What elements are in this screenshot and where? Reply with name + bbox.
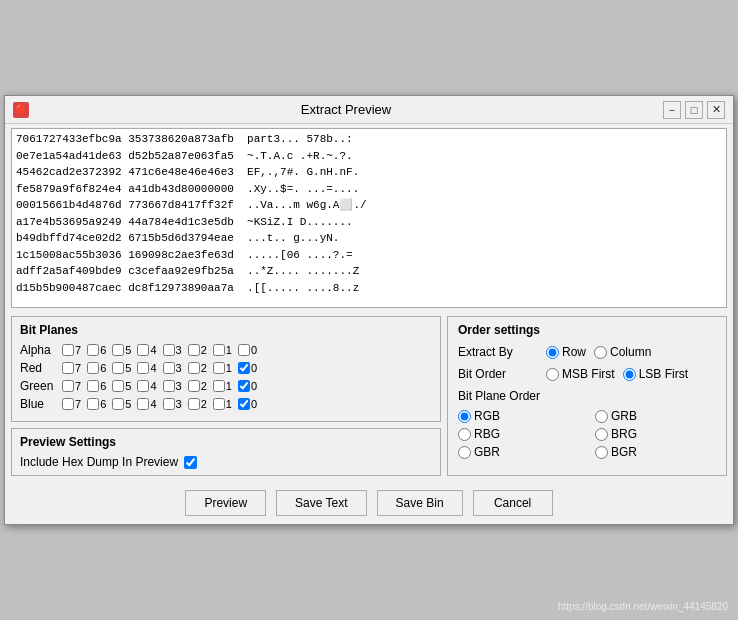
minimize-button[interactable]: − [663,101,681,119]
save-bin-button[interactable]: Save Bin [377,490,463,516]
bit-item-green-1[interactable]: 1 [213,380,232,392]
bit-checkbox-red-0[interactable] [238,362,250,374]
bit-checkbox-blue-5[interactable] [112,398,124,410]
bit-checkbox-blue-4[interactable] [137,398,149,410]
row-radio[interactable] [546,346,559,359]
bit-checkbox-alpha-7[interactable] [62,344,74,356]
bit-checkbox-blue-6[interactable] [87,398,99,410]
bit-item-alpha-3[interactable]: 3 [163,344,182,356]
bit-checkbox-blue-2[interactable] [188,398,200,410]
plane-option-grb[interactable]: GRB [595,409,716,423]
bit-item-blue-4[interactable]: 4 [137,398,156,410]
msb-radio-label[interactable]: MSB First [546,367,615,381]
bit-checkbox-alpha-0[interactable] [238,344,250,356]
lsb-radio[interactable] [623,368,636,381]
plane-radio-rgb[interactable] [458,410,471,423]
plane-radio-brg[interactable] [595,428,608,441]
bit-item-blue-6[interactable]: 6 [87,398,106,410]
bit-item-green-2[interactable]: 2 [188,380,207,392]
bit-item-alpha-0[interactable]: 0 [238,344,257,356]
plane-option-gbr[interactable]: GBR [458,445,579,459]
plane-radio-grb[interactable] [595,410,608,423]
bit-item-red-1[interactable]: 1 [213,362,232,374]
bit-item-red-4[interactable]: 4 [137,362,156,374]
bit-checkbox-alpha-3[interactable] [163,344,175,356]
bit-item-blue-2[interactable]: 2 [188,398,207,410]
bit-checkbox-alpha-4[interactable] [137,344,149,356]
bit-item-alpha-1[interactable]: 1 [213,344,232,356]
bit-checkbox-alpha-2[interactable] [188,344,200,356]
bit-checkbox-alpha-5[interactable] [112,344,124,356]
bit-checkbox-red-6[interactable] [87,362,99,374]
bit-checkbox-red-2[interactable] [188,362,200,374]
bit-checkbox-red-3[interactable] [163,362,175,374]
bit-checkbox-green-6[interactable] [87,380,99,392]
close-button[interactable]: ✕ [707,101,725,119]
bit-checkbox-group-blue: 76543210 [62,398,257,410]
bit-checkbox-green-1[interactable] [213,380,225,392]
preview-button[interactable]: Preview [185,490,266,516]
save-text-button[interactable]: Save Text [276,490,366,516]
bit-checkbox-red-4[interactable] [137,362,149,374]
column-radio-label[interactable]: Column [594,345,651,359]
bit-item-blue-0[interactable]: 0 [238,398,257,410]
lsb-radio-label[interactable]: LSB First [623,367,688,381]
bit-num-alpha-5: 5 [125,344,131,356]
bit-item-green-3[interactable]: 3 [163,380,182,392]
plane-radio-gbr[interactable] [458,446,471,459]
bit-checkbox-alpha-1[interactable] [213,344,225,356]
bit-item-blue-7[interactable]: 7 [62,398,81,410]
bit-checkbox-green-2[interactable] [188,380,200,392]
bit-checkbox-blue-3[interactable] [163,398,175,410]
plane-label-rbg: RBG [474,427,500,441]
bit-item-green-7[interactable]: 7 [62,380,81,392]
bit-item-green-4[interactable]: 4 [137,380,156,392]
maximize-button[interactable]: □ [685,101,703,119]
bit-item-alpha-7[interactable]: 7 [62,344,81,356]
bit-checkbox-blue-1[interactable] [213,398,225,410]
bit-item-red-3[interactable]: 3 [163,362,182,374]
plane-option-rbg[interactable]: RBG [458,427,579,441]
bit-item-blue-5[interactable]: 5 [112,398,131,410]
plane-label-rgb: RGB [474,409,500,423]
bit-num-alpha-6: 6 [100,344,106,356]
bit-item-red-2[interactable]: 2 [188,362,207,374]
bit-item-red-5[interactable]: 5 [112,362,131,374]
bit-item-green-6[interactable]: 6 [87,380,106,392]
bit-checkbox-alpha-6[interactable] [87,344,99,356]
bit-item-alpha-4[interactable]: 4 [137,344,156,356]
bit-checkbox-blue-7[interactable] [62,398,74,410]
plane-option-brg[interactable]: BRG [595,427,716,441]
bit-item-red-6[interactable]: 6 [87,362,106,374]
cancel-button[interactable]: Cancel [473,490,553,516]
bit-item-blue-3[interactable]: 3 [163,398,182,410]
bit-checkbox-blue-0[interactable] [238,398,250,410]
bit-item-red-7[interactable]: 7 [62,362,81,374]
plane-option-rgb[interactable]: RGB [458,409,579,423]
msb-radio[interactable] [546,368,559,381]
bit-checkbox-green-4[interactable] [137,380,149,392]
bit-item-alpha-5[interactable]: 5 [112,344,131,356]
bit-checkbox-red-5[interactable] [112,362,124,374]
bit-checkbox-red-7[interactable] [62,362,74,374]
plane-radio-rbg[interactable] [458,428,471,441]
bit-item-green-0[interactable]: 0 [238,380,257,392]
bit-item-alpha-6[interactable]: 6 [87,344,106,356]
row-radio-label[interactable]: Row [546,345,586,359]
bit-checkbox-green-0[interactable] [238,380,250,392]
bit-checkbox-green-5[interactable] [112,380,124,392]
bit-item-blue-1[interactable]: 1 [213,398,232,410]
bit-checkbox-red-1[interactable] [213,362,225,374]
bit-checkbox-green-7[interactable] [62,380,74,392]
bit-item-red-0[interactable]: 0 [238,362,257,374]
bit-checkbox-green-3[interactable] [163,380,175,392]
button-row: Preview Save Text Save Bin Cancel [5,480,733,524]
bit-item-alpha-2[interactable]: 2 [188,344,207,356]
hex-dump-row: Include Hex Dump In Preview [20,455,432,469]
hex-dump-checkbox[interactable] [184,456,197,469]
column-radio[interactable] [594,346,607,359]
preview-text-area[interactable]: 7061727433efbc9a 353738620a873afb part3.… [11,128,727,308]
bit-item-green-5[interactable]: 5 [112,380,131,392]
plane-option-bgr[interactable]: BGR [595,445,716,459]
plane-radio-bgr[interactable] [595,446,608,459]
